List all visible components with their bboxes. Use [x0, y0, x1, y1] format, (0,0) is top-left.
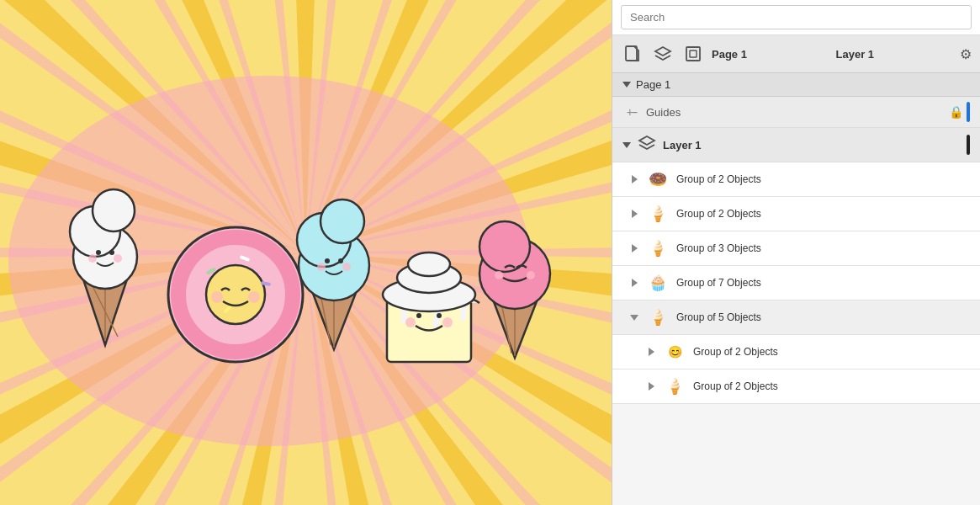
guides-icon: + - -: [622, 105, 639, 119]
guides-actions: 🔒: [949, 102, 970, 122]
svg-point-89: [325, 258, 330, 263]
layer-list: + - - Guides 🔒 Layer 1 🍩: [612, 97, 980, 505]
artboard-icon[interactable]: [681, 42, 705, 66]
item-label-4: Group of 7 Objects: [676, 277, 972, 289]
item-thumbnail-7: 🍦: [663, 375, 686, 398]
svg-point-96: [408, 252, 450, 276]
guides-color-bar: [967, 102, 970, 122]
item-label-1: Group of 2 Objects: [676, 173, 972, 185]
svg-point-105: [479, 221, 530, 272]
page-section-label: Page 1: [636, 78, 670, 91]
page-header[interactable]: Page 1: [612, 73, 980, 97]
layer-label: Layer 1: [836, 48, 954, 61]
list-item-sub[interactable]: 🍦 Group of 2 Objects: [612, 369, 980, 404]
item-label-3: Group of 3 Objects: [676, 242, 972, 254]
guides-row[interactable]: + - - Guides 🔒: [612, 97, 980, 128]
layer-color-bar: [967, 135, 970, 155]
svg-point-90: [338, 258, 343, 263]
svg-marker-109: [655, 47, 670, 56]
svg-point-107: [527, 271, 535, 279]
svg-point-82: [248, 291, 260, 303]
svg-point-106: [495, 271, 503, 279]
item-expand-arrow-5[interactable]: [629, 315, 639, 321]
settings-icon[interactable]: ⚙: [960, 46, 972, 62]
page-label: Page 1: [712, 48, 829, 61]
item-thumbnail-2: 🍦: [646, 202, 670, 226]
item-expand-arrow-2[interactable]: [629, 210, 639, 218]
layer-stack-icon: [638, 134, 656, 156]
svg-point-100: [442, 317, 453, 327]
svg-point-71: [88, 254, 97, 263]
svg-point-68: [93, 189, 135, 231]
item-expand-arrow-1[interactable]: [629, 175, 639, 183]
search-bar: [612, 0, 980, 35]
layer-header[interactable]: Layer 1: [612, 128, 980, 162]
item-label-7: Group of 2 Objects: [693, 380, 972, 392]
svg-point-70: [109, 250, 114, 255]
item-label-2: Group of 2 Objects: [676, 208, 972, 220]
collapse-layer-icon: [622, 142, 631, 148]
item-thumbnail-1: 🍩: [646, 167, 670, 191]
layers-panel: Page 1 Layer 1 ⚙ Page 1 + - - Guides 🔒: [612, 0, 980, 505]
item-expand-arrow-7[interactable]: [646, 382, 656, 391]
item-label-5: Group of 5 Objects: [676, 311, 972, 323]
svg-marker-112: [639, 136, 654, 145]
list-item-sub[interactable]: 😊 Group of 2 Objects: [612, 335, 980, 369]
list-item-expanded[interactable]: 🍦 Group of 5 Objects: [612, 300, 980, 335]
item-thumbnail-6: 😊: [663, 340, 686, 364]
svg-point-91: [317, 263, 326, 271]
list-item[interactable]: 🧁 Group of 7 Objects: [612, 266, 980, 300]
svg-point-99: [405, 317, 416, 327]
item-label-6: Group of 2 Objects: [693, 346, 972, 358]
svg-point-69: [96, 250, 101, 255]
svg-point-98: [437, 313, 442, 318]
svg-rect-111: [690, 50, 697, 57]
svg-point-81: [211, 291, 223, 303]
search-input[interactable]: [621, 5, 972, 29]
svg-rect-108: [626, 46, 637, 61]
list-item[interactable]: 🍩 Group of 2 Objects: [612, 162, 980, 197]
list-item[interactable]: 🍦 Group of 2 Objects: [612, 197, 980, 231]
svg-point-72: [114, 254, 122, 263]
svg-point-97: [416, 313, 421, 318]
page-icon[interactable]: [621, 42, 644, 66]
item-expand-arrow-6[interactable]: [646, 348, 656, 356]
svg-point-88: [320, 199, 364, 243]
layer-name: Layer 1: [663, 139, 960, 152]
item-thumbnail-5: 🍦: [646, 306, 670, 329]
canvas-area: [0, 0, 612, 505]
item-thumbnail-3: 🍦: [646, 237, 670, 260]
item-thumbnail-4: 🧁: [646, 271, 670, 295]
item-expand-arrow-3[interactable]: [629, 244, 639, 252]
guides-label: Guides: [646, 106, 942, 119]
svg-rect-110: [686, 47, 700, 61]
layers-icon[interactable]: [651, 42, 675, 66]
item-expand-arrow-4[interactable]: [629, 279, 639, 287]
collapse-page-icon: [622, 82, 631, 88]
svg-point-92: [342, 263, 351, 271]
list-item[interactable]: 🍦 Group of 3 Objects: [612, 231, 980, 266]
lock-icon[interactable]: 🔒: [949, 105, 963, 119]
sunburst-svg: [0, 0, 612, 505]
toolbar-row: Page 1 Layer 1 ⚙: [612, 35, 980, 73]
